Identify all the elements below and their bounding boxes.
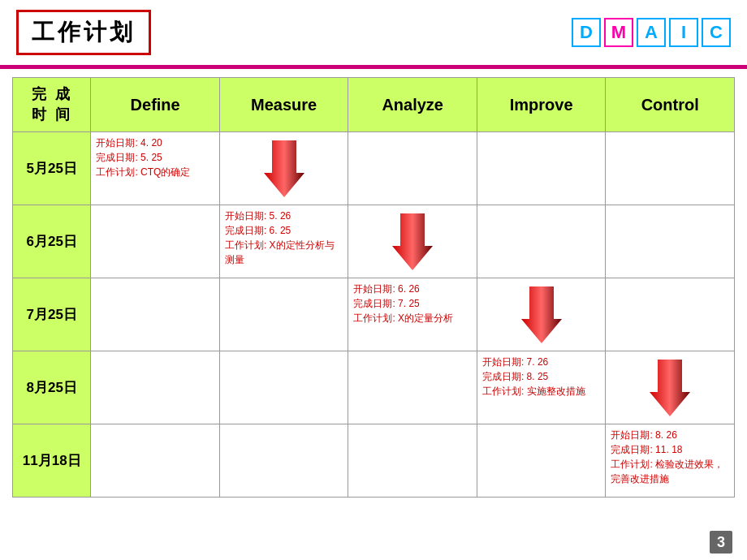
header-improve: Improve (477, 78, 606, 132)
analyze-cell-4 (348, 424, 477, 498)
dmaic-d: D (572, 18, 601, 47)
control-cell-0 (606, 132, 735, 205)
control-cell-4: 开始日期: 8. 26 完成日期: 11. 18 工作计划: 检验改进效果，完善… (606, 424, 735, 498)
control-text-4: 开始日期: 8. 26 完成日期: 11. 18 工作计划: 检验改进效果，完善… (611, 428, 729, 486)
measure-cell-0 (219, 132, 348, 205)
dmaic-c: C (702, 18, 731, 47)
date-cell-1: 6月25日 (13, 205, 91, 278)
improve-cell-4 (477, 424, 606, 498)
measure-arrow-0 (225, 136, 343, 201)
page-title: 工作计划 (16, 10, 151, 55)
improve-text-3: 开始日期: 7. 26 完成日期: 8. 25 工作计划: 实施整改措施 (482, 355, 601, 398)
header-measure: Measure (219, 78, 348, 132)
date-cell-4: 11月18日 (13, 424, 91, 498)
measure-text-1: 开始日期: 5. 26 完成日期: 6. 25 工作计划: X的定性分析与测量 (225, 209, 343, 267)
improve-cell-3: 开始日期: 7. 26 完成日期: 8. 25 工作计划: 实施整改措施 (477, 351, 606, 424)
control-cell-3 (606, 351, 735, 424)
analyze-text-2: 开始日期: 6. 26 完成日期: 7. 25 工作计划: X的定量分析 (353, 282, 472, 325)
svg-marker-2 (521, 286, 562, 343)
date-cell-2: 7月25日 (13, 278, 91, 351)
date-cell-3: 8月25日 (13, 351, 91, 424)
header-date: 完 成时 间 (13, 78, 91, 132)
improve-cell-2 (477, 278, 606, 351)
main-content: 完 成时 间 Define Measure Analyze Improve Co… (0, 69, 747, 506)
measure-cell-4 (219, 424, 348, 498)
analyze-cell-1 (348, 205, 477, 278)
analyze-cell-2: 开始日期: 6. 26 完成日期: 7. 25 工作计划: X的定量分析 (348, 278, 477, 351)
svg-marker-3 (650, 360, 690, 416)
control-cell-2 (606, 278, 735, 351)
dmaic-letters: D M A I C (572, 18, 731, 47)
define-cell-3 (91, 351, 220, 424)
plan-table: 完 成时 间 Define Measure Analyze Improve Co… (12, 77, 735, 498)
header-define: Define (91, 78, 220, 132)
define-cell-2 (91, 278, 220, 351)
improve-arrow-2 (482, 282, 601, 347)
analyze-cell-3 (348, 351, 477, 424)
page-number: 3 (710, 531, 732, 554)
dmaic-m: M (604, 18, 633, 47)
measure-cell-3 (219, 351, 348, 424)
dmaic-i: I (669, 18, 698, 47)
define-cell-4 (91, 424, 220, 498)
analyze-arrow-1 (353, 209, 472, 274)
analyze-cell-0 (348, 132, 477, 205)
date-cell-0: 5月25日 (13, 132, 91, 205)
control-arrow-3 (611, 355, 729, 420)
define-cell-1 (91, 205, 220, 278)
header-analyze: Analyze (348, 78, 477, 132)
svg-marker-0 (264, 140, 304, 197)
improve-cell-0 (477, 132, 606, 205)
header-control: Control (606, 78, 735, 132)
dmaic-a: A (637, 18, 666, 47)
measure-cell-1: 开始日期: 5. 26 完成日期: 6. 25 工作计划: X的定性分析与测量 (219, 205, 348, 278)
measure-cell-2 (219, 278, 348, 351)
svg-marker-1 (392, 213, 433, 270)
header: 工作计划 D M A I C (0, 0, 747, 65)
define-cell-0: 开始日期: 4. 20 完成日期: 5. 25 工作计划: CTQ的确定 (91, 132, 220, 205)
define-text-0: 开始日期: 4. 20 完成日期: 5. 25 工作计划: CTQ的确定 (96, 136, 214, 179)
control-cell-1 (606, 205, 735, 278)
improve-cell-1 (477, 205, 606, 278)
